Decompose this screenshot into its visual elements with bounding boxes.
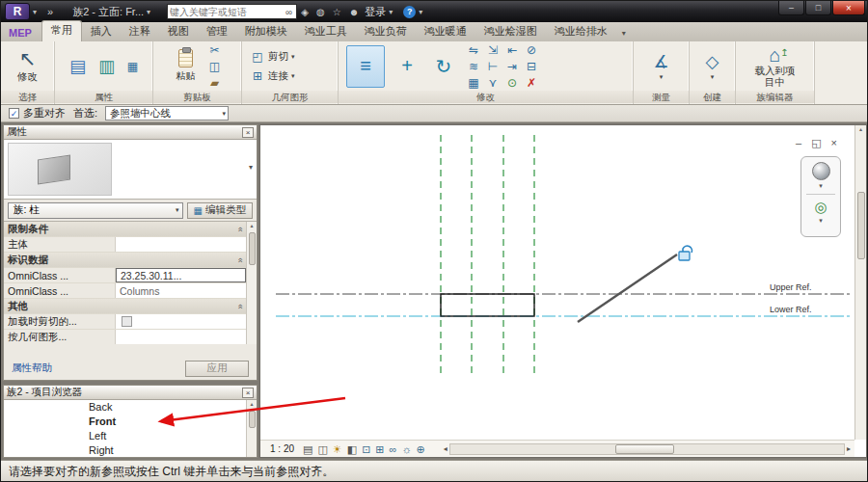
section-other[interactable]: 其他 » [4, 299, 246, 314]
family-types-icon[interactable]: ▥ [96, 56, 118, 77]
panel-label-geometry[interactable]: 几何图形 [242, 91, 338, 103]
omniclass-title-value[interactable]: Columns [116, 283, 246, 298]
sun-path-icon[interactable]: ☀ [333, 442, 342, 457]
edit-type-button[interactable]: ▦ 编辑类型 [187, 202, 253, 219]
horizontal-scrollbar[interactable]: ◂ ▸ [442, 442, 853, 456]
collapse-icon[interactable]: » [234, 304, 244, 308]
collapse-icon[interactable]: » [234, 227, 244, 231]
search-input[interactable] [170, 6, 284, 18]
tab-addins[interactable]: 附加模块 [236, 22, 296, 41]
move-tool-icon[interactable]: + [393, 45, 421, 88]
delete-icon[interactable]: ✗ [524, 75, 539, 91]
tab-overflow-icon[interactable]: ▾ [616, 29, 632, 41]
type-selector-dropdown-icon[interactable]: ▾ [249, 163, 253, 172]
offset-icon[interactable]: ≋ [466, 59, 481, 74]
zoom-icon[interactable]: ◎ [814, 200, 827, 215]
communication-center-icon[interactable]: ◍ [316, 7, 325, 17]
panel-label-create[interactable]: 创建 [690, 91, 735, 103]
measure-dropdown-icon[interactable]: ▾ [660, 73, 664, 81]
unpin-icon[interactable]: ⊘ [524, 42, 539, 58]
measure-icon[interactable]: ∡ [651, 51, 672, 72]
subscription-key-icon[interactable]: ◈ [301, 7, 309, 17]
row-pre-cut-geometry[interactable]: 按几何图形... [4, 330, 246, 344]
align-dimension-icon[interactable]: ⇤ [504, 42, 520, 58]
signin-label[interactable]: 登录 [365, 5, 386, 19]
multi-align-checkbox[interactable]: ✓ 多重对齐 [9, 106, 66, 120]
scale-icon[interactable]: ⇲ [485, 42, 501, 58]
panel-label-modify[interactable]: 修改 [339, 91, 633, 103]
minimize-button[interactable]: – [778, 1, 804, 15]
tab-hongye-plumbing[interactable]: 鸿业给排水 [546, 22, 616, 41]
scroll-thumb[interactable] [249, 232, 256, 265]
close-button[interactable]: × [832, 1, 865, 15]
section-identity-data[interactable]: 标识数据 » [4, 253, 246, 268]
view-item-left[interactable]: Left [4, 429, 246, 443]
scroll-right-icon[interactable]: ▸ [845, 444, 853, 453]
apply-button[interactable]: 应用 [185, 361, 249, 377]
browser-scrollbar[interactable]: ▴ [246, 400, 257, 457]
project-browser-close-icon[interactable]: × [242, 388, 254, 398]
paste-button[interactable]: 粘贴 [173, 48, 200, 84]
properties-palette-icon[interactable]: ▤ [68, 56, 89, 77]
quick-access-toolbar-overflow[interactable]: » [47, 6, 55, 17]
cut-when-loaded-checkbox[interactable] [122, 316, 132, 327]
align-tool-button-active[interactable]: ≡ [346, 45, 385, 88]
trim-icon[interactable]: ⊢ [485, 59, 501, 74]
panel-label-properties[interactable]: 属性 [55, 91, 152, 103]
row-omniclass-number[interactable]: OmniClass ... 23.25.30.11... [4, 268, 246, 283]
cut-to-clipboard-icon[interactable]: ✂ [207, 42, 223, 58]
create-similar-icon[interactable]: ◇ [702, 51, 723, 72]
project-browser-header[interactable]: 族2 - 项目浏览器 × [4, 386, 257, 400]
scroll-thumb[interactable] [249, 411, 256, 428]
application-menu-button[interactable]: R ▾ [5, 3, 40, 20]
join-geometry-button[interactable]: ⊞ 连接 ▾ [248, 67, 297, 85]
load-into-project-button[interactable]: ⌂↥ 载入到项目中 [753, 45, 798, 88]
view-restore-icon[interactable]: ◱ [811, 137, 821, 149]
temporary-hide-isolate-icon[interactable]: ∞ [390, 442, 397, 457]
tab-hongye-tools[interactable]: 鸿业工具 [296, 22, 356, 41]
tab-view[interactable]: 视图 [159, 22, 198, 41]
column-extrusion-outline[interactable] [441, 294, 534, 316]
omniclass-number-value[interactable]: 23.25.30.11... [116, 268, 246, 282]
lock-view-icon[interactable]: ⊕ [417, 442, 425, 457]
help-icon[interactable]: ? [403, 6, 416, 18]
row-omniclass-title[interactable]: OmniClass ... Columns [4, 283, 246, 299]
tab-hongye-hvac[interactable]: 鸿业暖通 [416, 22, 475, 41]
signin-dropdown-icon[interactable]: ▾ [389, 8, 393, 16]
alignment-lock-icon[interactable] [679, 246, 692, 260]
row-cut-when-loaded[interactable]: 加载时剪切的... [4, 314, 246, 330]
panel-label-select[interactable]: 选择 [1, 91, 54, 103]
vertical-scrollbar[interactable]: ▴ [854, 125, 866, 440]
section-constraints[interactable]: 限制条件 » [4, 222, 246, 237]
tab-annotate[interactable]: 注释 [121, 22, 159, 41]
match-type-icon[interactable]: ▰ [207, 75, 223, 91]
properties-help-link[interactable]: 属性帮助 [12, 362, 52, 375]
scale-button[interactable]: 1 : 20 [270, 443, 294, 454]
split-icon[interactable]: ⋎ [485, 75, 501, 91]
view-close-icon[interactable]: × [831, 137, 837, 149]
diagonal-model-line[interactable] [578, 254, 677, 322]
detail-level-icon[interactable]: ▤ [303, 442, 312, 457]
scroll-up-icon[interactable]: ▴ [859, 125, 862, 134]
panel-label-family-editor[interactable]: 族编辑器 [736, 91, 814, 103]
vscroll-thumb[interactable] [857, 192, 865, 259]
pin-icon[interactable]: ⊙ [504, 75, 520, 91]
drawing-area[interactable]: Upper Ref. Lower Ref. – ◱ × ▾ ◎ ▾ [259, 124, 867, 458]
reveal-hidden-icon[interactable]: ☼ [401, 442, 411, 457]
wheel-dropdown-icon[interactable]: ▾ [819, 183, 823, 189]
prefer-select[interactable]: 参照墙中心线 ▾ [105, 106, 229, 120]
collapse-icon[interactable]: » [234, 257, 244, 262]
view-item-front-selected[interactable]: Front [4, 415, 246, 429]
crop-view-icon[interactable]: ⊡ [362, 442, 370, 457]
extend-icon[interactable]: ⇥ [504, 59, 520, 74]
shadows-icon[interactable]: ◧ [347, 442, 357, 457]
title-dropdown-icon[interactable]: ▾ [147, 8, 150, 16]
array-icon[interactable]: ▦ [466, 75, 481, 91]
tab-manage[interactable]: 管理 [198, 22, 236, 41]
tab-hongye-loads[interactable]: 鸿业负荷 [356, 22, 416, 41]
copy-to-clipboard-icon[interactable]: ◫ [207, 59, 223, 74]
rotate-tool-icon[interactable]: ↻ [429, 45, 458, 88]
row-host[interactable]: 主体 [4, 237, 246, 253]
scroll-up-icon[interactable]: ▴ [250, 222, 253, 230]
properties-palette-header[interactable]: 属性 × [4, 125, 257, 140]
